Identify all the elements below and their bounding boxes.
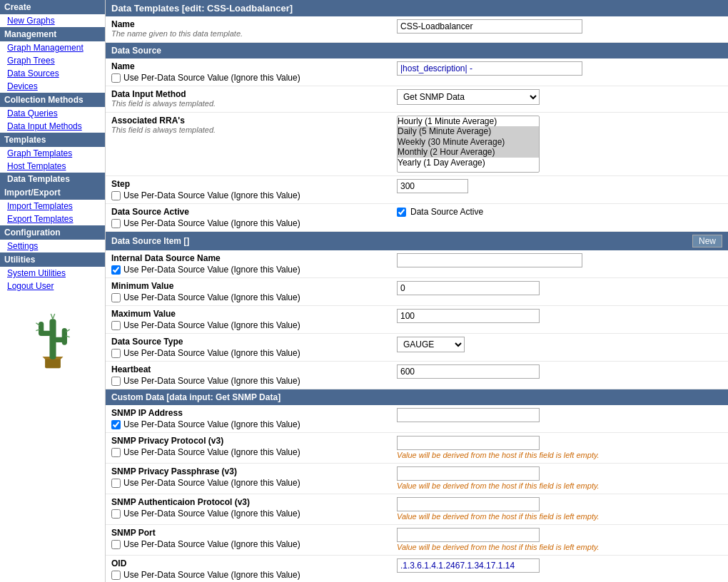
snmp-privacy-pass-input[interactable]: [397, 466, 540, 481]
snmp-ip-row: SNMP IP Address Use Per-Data Source Valu…: [106, 405, 728, 433]
dsi-max-checkbox[interactable]: [111, 321, 121, 330]
dsi-min-checkbox-label: Use Per-Data Source Value (Ignore this V…: [123, 292, 300, 302]
ds-name-input[interactable]: [397, 61, 582, 76]
ds-rra-label: Associated RRA's: [111, 116, 397, 126]
ds-name-checkbox[interactable]: [111, 73, 121, 83]
snmp-auth-proto-checkbox[interactable]: [111, 509, 121, 519]
name-row: Name The name given to this data templat…: [106, 16, 728, 43]
dsi-heartbeat-label: Heartbeat: [111, 364, 397, 374]
datasource-section-header: Data Source: [106, 43, 728, 58]
sidebar-item-data-input-methods[interactable]: Data Input Methods: [0, 120, 105, 133]
dsi-heartbeat-row: Heartbeat Use Per-Data Source Value (Ign…: [106, 362, 728, 389]
snmp-privacy-proto-checkbox[interactable]: [111, 448, 121, 457]
ds-name-checkbox-label: Use Per-Data Source Value (Ignore this V…: [123, 73, 300, 83]
snmp-port-input[interactable]: [397, 528, 540, 542]
oid-input[interactable]: [397, 558, 540, 573]
sidebar-item-system-utilities[interactable]: System Utilities: [0, 267, 105, 280]
dsi-min-checkbox[interactable]: [111, 293, 121, 302]
ds-step-checkbox-label: Use Per-Data Source Value (Ignore this V…: [123, 190, 300, 200]
ds-input-method-row: Data Input Method This field is always t…: [106, 86, 728, 113]
ds-step-checkbox[interactable]: [111, 191, 121, 200]
ds-active-check[interactable]: [397, 208, 406, 217]
ds-active-check-label: Data Source Active: [410, 207, 483, 217]
dsi-max-row: Maximum Value Use Per-Data Source Value …: [106, 306, 728, 334]
svg-rect-4: [39, 322, 44, 336]
snmp-privacy-pass-checkbox[interactable]: [111, 479, 121, 488]
oid-label: OID: [111, 558, 397, 568]
dsi-min-label: Minimum Value: [111, 281, 397, 291]
snmp-ip-checkbox[interactable]: [111, 420, 121, 429]
snmp-privacy-pass-checkbox-label: Use Per-Data Source Value (Ignore this V…: [123, 478, 300, 488]
dsi-internal-name-checkbox-label: Use Per-Data Source Value (Ignore this V…: [123, 265, 300, 275]
sidebar-item-graph-templates[interactable]: Graph Templates: [0, 147, 105, 160]
snmp-privacy-pass-row: SNMP Privacy Passphrase (v3) Use Per-Dat…: [106, 464, 728, 494]
cactus-logo: [0, 292, 105, 380]
sidebar-item-new-graphs[interactable]: New Graphs: [0, 14, 105, 27]
snmp-privacy-pass-hint: Value will be derived from the host if t…: [397, 481, 600, 490]
snmp-ip-input[interactable]: [397, 408, 540, 422]
ds-step-input[interactable]: [397, 179, 468, 193]
snmp-auth-proto-label: SNMP Authenticaion Protocol (v3): [111, 497, 397, 507]
rra-option-monthly[interactable]: Monthly (2 Hour Average): [398, 147, 539, 157]
snmp-auth-proto-checkbox-label: Use Per-Data Source Value (Ignore this V…: [123, 509, 300, 519]
dsi-type-checkbox[interactable]: [111, 349, 121, 358]
snmp-privacy-proto-row: SNMP Privacy Protocol (v3) Use Per-Data …: [106, 433, 728, 464]
name-sublabel: The name given to this data template.: [111, 29, 397, 38]
sidebar-item-data-sources[interactable]: Data Sources: [0, 67, 105, 80]
ds-input-method-select[interactable]: Get SNMP Data: [397, 89, 540, 105]
dsi-heartbeat-input[interactable]: [397, 364, 540, 379]
ds-rra-listbox[interactable]: Hourly (1 Minute Average) Daily (5 Minut…: [397, 116, 540, 173]
dsi-internal-name-input[interactable]: [397, 253, 582, 267]
dsi-internal-name-checkbox[interactable]: [111, 265, 121, 275]
dsi-min-input[interactable]: [397, 281, 540, 295]
svg-line-12: [53, 314, 55, 319]
dsi-max-label: Maximum Value: [111, 309, 397, 319]
dsi-type-row: Data Source Type Use Per-Data Source Val…: [106, 334, 728, 362]
name-input[interactable]: [397, 19, 582, 34]
dsi-section-header: Data Source Item [] New: [106, 232, 728, 250]
ds-active-label: Data Source Active: [111, 207, 397, 217]
snmp-auth-proto-input[interactable]: [397, 497, 540, 511]
sidebar-section-utilities: Utilities: [0, 252, 105, 267]
snmp-privacy-proto-label: SNMP Privacy Protocol (v3): [111, 436, 397, 446]
dsi-type-label: Data Source Type: [111, 337, 397, 347]
sidebar-item-import-templates[interactable]: Import Templates: [0, 200, 105, 213]
snmp-port-checkbox[interactable]: [111, 540, 121, 549]
sidebar-item-data-templates[interactable]: Data Templates: [0, 173, 105, 185]
snmp-ip-checkbox-label: Use Per-Data Source Value (Ignore this V…: [123, 419, 300, 429]
rra-option-weekly[interactable]: Weekly (30 Minute Average): [398, 137, 539, 147]
sidebar-item-logout-user[interactable]: Logout User: [0, 280, 105, 292]
snmp-privacy-proto-input[interactable]: [397, 436, 540, 450]
custom-section-header: Custom Data [data input: Get SNMP Data]: [106, 389, 728, 405]
sidebar-section-templates: Templates: [0, 133, 105, 147]
dsi-heartbeat-checkbox[interactable]: [111, 377, 121, 386]
snmp-auth-proto-hint: Value will be derived from the host if t…: [397, 512, 600, 521]
snmp-port-row: SNMP Port Use Per-Data Source Value (Ign…: [106, 525, 728, 556]
snmp-ip-label: SNMP IP Address: [111, 408, 397, 418]
dsi-max-input[interactable]: [397, 309, 540, 323]
dsi-internal-name-row: Internal Data Source Name Use Per-Data S…: [106, 250, 728, 278]
ds-name-row: Name Use Per-Data Source Value (Ignore t…: [106, 58, 728, 86]
sidebar-item-graph-management[interactable]: Graph Management: [0, 41, 105, 54]
ds-step-label: Step: [111, 179, 397, 189]
sidebar-item-graph-trees[interactable]: Graph Trees: [0, 54, 105, 67]
sidebar-item-data-queries[interactable]: Data Queries: [0, 107, 105, 120]
dsi-type-select[interactable]: GAUGE COUNTER DERIVE ABSOLUTE: [397, 337, 465, 352]
sidebar-item-settings[interactable]: Settings: [0, 240, 105, 252]
name-label: Name: [111, 19, 397, 29]
rra-option-hourly[interactable]: Hourly (1 Minute Average): [398, 116, 539, 126]
dsi-min-row: Minimum Value Use Per-Data Source Value …: [106, 278, 728, 306]
dsi-max-checkbox-label: Use Per-Data Source Value (Ignore this V…: [123, 320, 300, 330]
rra-option-daily[interactable]: Daily (5 Minute Average): [398, 126, 539, 136]
snmp-port-hint: Value will be derived from the host if t…: [397, 543, 600, 551]
sidebar-item-export-templates[interactable]: Export Templates: [0, 213, 105, 225]
dsi-new-button[interactable]: New: [692, 235, 722, 247]
snmp-auth-proto-row: SNMP Authenticaion Protocol (v3) Use Per…: [106, 494, 728, 525]
svg-line-11: [51, 314, 53, 319]
oid-checkbox[interactable]: [111, 571, 121, 580]
ds-active-checkbox[interactable]: [111, 219, 121, 228]
sidebar-item-devices[interactable]: Devices: [0, 80, 105, 93]
rra-option-yearly[interactable]: Yearly (1 Day Average): [398, 158, 539, 168]
sidebar-section-create: Create: [0, 0, 105, 14]
sidebar-item-host-templates[interactable]: Host Templates: [0, 160, 105, 173]
